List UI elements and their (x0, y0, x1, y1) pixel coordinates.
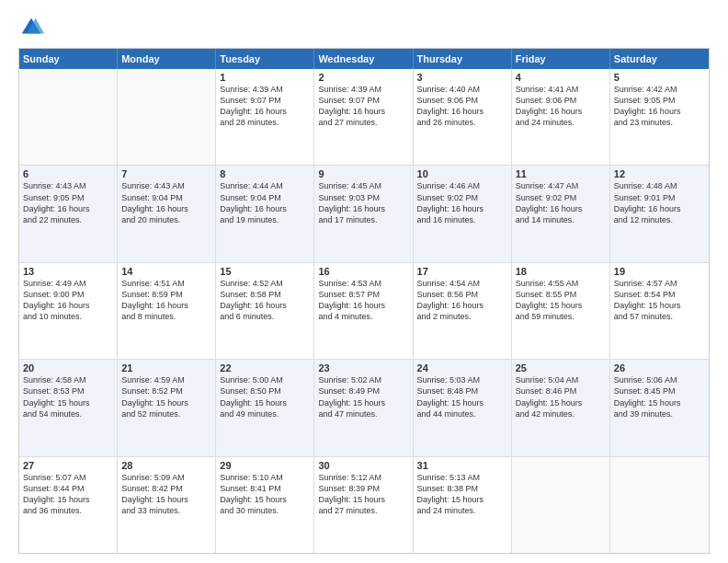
empty-cell-r0-c1 (118, 69, 216, 165)
day-number: 3 (417, 72, 507, 83)
day-info: Sunrise: 4:48 AM Sunset: 9:01 PM Dayligh… (614, 180, 705, 225)
day-info: Sunrise: 5:10 AM Sunset: 8:41 PM Dayligh… (220, 472, 310, 517)
day-cell-15: 15Sunrise: 4:52 AM Sunset: 8:58 PM Dayli… (216, 263, 314, 359)
day-number: 31 (417, 460, 507, 471)
day-cell-5: 5Sunrise: 4:42 AM Sunset: 9:05 PM Daylig… (610, 69, 709, 165)
day-cell-7: 7Sunrise: 4:43 AM Sunset: 9:04 PM Daylig… (118, 166, 216, 261)
day-info: Sunrise: 4:49 AM Sunset: 9:00 PM Dayligh… (23, 278, 113, 323)
day-cell-9: 9Sunrise: 4:45 AM Sunset: 9:03 PM Daylig… (314, 166, 413, 261)
day-number: 17 (417, 266, 507, 277)
day-number: 10 (417, 168, 507, 179)
day-cell-29: 29Sunrise: 5:10 AM Sunset: 8:41 PM Dayli… (216, 457, 314, 553)
day-info: Sunrise: 4:46 AM Sunset: 9:02 PM Dayligh… (417, 180, 507, 225)
day-info: Sunrise: 4:44 AM Sunset: 9:04 PM Dayligh… (220, 180, 310, 225)
empty-cell-r4-c5 (512, 457, 610, 553)
day-cell-13: 13Sunrise: 4:49 AM Sunset: 9:00 PM Dayli… (19, 263, 118, 359)
weekday-header-wednesday: Wednesday (314, 49, 413, 69)
day-info: Sunrise: 4:55 AM Sunset: 8:55 PM Dayligh… (516, 278, 606, 323)
logo (18, 15, 48, 40)
day-number: 16 (318, 266, 408, 277)
day-number: 4 (516, 72, 606, 83)
day-info: Sunrise: 5:12 AM Sunset: 8:39 PM Dayligh… (318, 472, 408, 517)
day-info: Sunrise: 4:58 AM Sunset: 8:53 PM Dayligh… (23, 374, 113, 419)
weekday-header-monday: Monday (118, 49, 216, 69)
day-number: 27 (23, 460, 113, 471)
day-number: 14 (121, 266, 211, 277)
day-cell-27: 27Sunrise: 5:07 AM Sunset: 8:44 PM Dayli… (19, 457, 118, 553)
calendar-row-2: 6Sunrise: 4:43 AM Sunset: 9:05 PM Daylig… (19, 165, 709, 261)
day-info: Sunrise: 4:41 AM Sunset: 9:06 PM Dayligh… (516, 84, 606, 129)
day-cell-21: 21Sunrise: 4:59 AM Sunset: 8:52 PM Dayli… (118, 360, 216, 455)
weekday-header-tuesday: Tuesday (216, 49, 314, 69)
day-info: Sunrise: 5:04 AM Sunset: 8:46 PM Dayligh… (516, 374, 606, 419)
day-cell-17: 17Sunrise: 4:54 AM Sunset: 8:56 PM Dayli… (414, 263, 512, 359)
day-cell-10: 10Sunrise: 4:46 AM Sunset: 9:02 PM Dayli… (414, 166, 512, 261)
calendar-row-5: 27Sunrise: 5:07 AM Sunset: 8:44 PM Dayli… (19, 456, 709, 553)
day-cell-28: 28Sunrise: 5:09 AM Sunset: 8:42 PM Dayli… (118, 457, 216, 553)
day-cell-2: 2Sunrise: 4:39 AM Sunset: 9:07 PM Daylig… (314, 69, 413, 165)
empty-cell-r4-c6 (610, 457, 709, 553)
day-number: 15 (220, 266, 310, 277)
weekday-header-friday: Friday (512, 49, 610, 69)
calendar: SundayMondayTuesdayWednesdayThursdayFrid… (18, 48, 710, 554)
day-info: Sunrise: 4:54 AM Sunset: 8:56 PM Dayligh… (417, 278, 507, 323)
day-number: 8 (220, 168, 310, 179)
day-info: Sunrise: 5:02 AM Sunset: 8:49 PM Dayligh… (318, 374, 408, 419)
day-number: 30 (318, 460, 408, 471)
day-number: 7 (121, 168, 211, 179)
day-cell-19: 19Sunrise: 4:57 AM Sunset: 8:54 PM Dayli… (610, 263, 709, 359)
day-number: 5 (614, 72, 705, 83)
day-info: Sunrise: 4:40 AM Sunset: 9:06 PM Dayligh… (417, 84, 507, 129)
day-info: Sunrise: 4:51 AM Sunset: 8:59 PM Dayligh… (121, 278, 211, 323)
logo-icon (18, 15, 44, 40)
day-number: 2 (318, 72, 408, 83)
day-info: Sunrise: 4:59 AM Sunset: 8:52 PM Dayligh… (121, 374, 211, 419)
calendar-row-1: 1Sunrise: 4:39 AM Sunset: 9:07 PM Daylig… (19, 69, 709, 165)
day-info: Sunrise: 4:43 AM Sunset: 9:04 PM Dayligh… (121, 180, 211, 225)
day-info: Sunrise: 4:47 AM Sunset: 9:02 PM Dayligh… (516, 180, 606, 225)
day-number: 19 (614, 266, 705, 277)
day-cell-26: 26Sunrise: 5:06 AM Sunset: 8:45 PM Dayli… (610, 360, 709, 455)
day-number: 24 (417, 362, 507, 373)
day-cell-31: 31Sunrise: 5:13 AM Sunset: 8:38 PM Dayli… (414, 457, 512, 553)
day-number: 12 (614, 168, 705, 179)
day-info: Sunrise: 4:43 AM Sunset: 9:05 PM Dayligh… (23, 180, 113, 225)
day-number: 23 (318, 362, 408, 373)
header (18, 15, 710, 40)
day-info: Sunrise: 5:09 AM Sunset: 8:42 PM Dayligh… (121, 472, 211, 517)
calendar-body: 1Sunrise: 4:39 AM Sunset: 9:07 PM Daylig… (19, 69, 709, 553)
day-cell-30: 30Sunrise: 5:12 AM Sunset: 8:39 PM Dayli… (314, 457, 413, 553)
day-number: 25 (516, 362, 606, 373)
day-cell-24: 24Sunrise: 5:03 AM Sunset: 8:48 PM Dayli… (414, 360, 512, 455)
day-info: Sunrise: 4:39 AM Sunset: 9:07 PM Dayligh… (318, 84, 408, 129)
day-cell-12: 12Sunrise: 4:48 AM Sunset: 9:01 PM Dayli… (610, 166, 709, 261)
day-cell-20: 20Sunrise: 4:58 AM Sunset: 8:53 PM Dayli… (19, 360, 118, 455)
day-info: Sunrise: 5:06 AM Sunset: 8:45 PM Dayligh… (614, 374, 705, 419)
day-number: 29 (220, 460, 310, 471)
day-number: 13 (23, 266, 113, 277)
weekday-header-thursday: Thursday (414, 49, 512, 69)
day-info: Sunrise: 4:45 AM Sunset: 9:03 PM Dayligh… (318, 180, 408, 225)
day-cell-14: 14Sunrise: 4:51 AM Sunset: 8:59 PM Dayli… (118, 263, 216, 359)
day-number: 1 (220, 72, 310, 83)
day-info: Sunrise: 4:57 AM Sunset: 8:54 PM Dayligh… (614, 278, 705, 323)
day-number: 11 (516, 168, 606, 179)
day-cell-25: 25Sunrise: 5:04 AM Sunset: 8:46 PM Dayli… (512, 360, 610, 455)
day-cell-3: 3Sunrise: 4:40 AM Sunset: 9:06 PM Daylig… (414, 69, 512, 165)
day-cell-6: 6Sunrise: 4:43 AM Sunset: 9:05 PM Daylig… (19, 166, 118, 261)
day-number: 20 (23, 362, 113, 373)
day-number: 26 (614, 362, 705, 373)
day-cell-18: 18Sunrise: 4:55 AM Sunset: 8:55 PM Dayli… (512, 263, 610, 359)
day-cell-4: 4Sunrise: 4:41 AM Sunset: 9:06 PM Daylig… (512, 69, 610, 165)
day-number: 9 (318, 168, 408, 179)
calendar-row-3: 13Sunrise: 4:49 AM Sunset: 9:00 PM Dayli… (19, 262, 709, 359)
page: SundayMondayTuesdayWednesdayThursdayFrid… (0, 0, 728, 563)
day-number: 18 (516, 266, 606, 277)
weekday-header-saturday: Saturday (610, 49, 709, 69)
day-cell-8: 8Sunrise: 4:44 AM Sunset: 9:04 PM Daylig… (216, 166, 314, 261)
calendar-header: SundayMondayTuesdayWednesdayThursdayFrid… (19, 49, 709, 69)
day-info: Sunrise: 5:07 AM Sunset: 8:44 PM Dayligh… (23, 472, 113, 517)
day-number: 21 (121, 362, 211, 373)
day-number: 28 (121, 460, 211, 471)
weekday-header-sunday: Sunday (19, 49, 118, 69)
